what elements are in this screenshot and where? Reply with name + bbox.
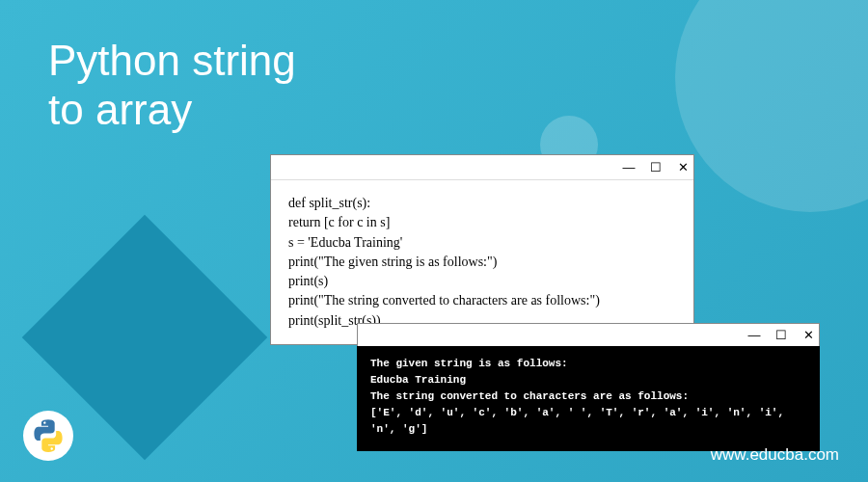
output-line: The string converted to characters are a… <box>370 388 806 405</box>
code-line: print("The given string is as follows:") <box>288 253 676 272</box>
code-line: print("The string converted to character… <box>288 291 676 310</box>
output-line: The given string is as follows: <box>370 356 806 372</box>
output-line: ['E', 'd', 'u', 'c', 'b', 'a', ' ', 'T',… <box>370 405 806 438</box>
python-logo-icon <box>23 411 73 461</box>
code-line: s = 'Educba Training' <box>288 233 676 253</box>
close-icon[interactable]: ✕ <box>801 329 815 342</box>
output-content: The given string is as follows: Educba T… <box>357 346 820 451</box>
output-window-titlebar: — ☐ ✕ <box>357 323 820 346</box>
code-line: def split_str(s): <box>288 194 676 213</box>
website-url: www.educba.com <box>711 445 839 465</box>
output-window: — ☐ ✕ The given string is as follows: Ed… <box>357 323 820 451</box>
bg-circle-large <box>675 0 868 212</box>
minimize-icon[interactable]: — <box>622 161 636 174</box>
page-title: Python string to array <box>48 37 296 134</box>
title-line-1: Python string <box>48 37 296 86</box>
minimize-icon[interactable]: — <box>747 329 761 342</box>
code-window: — ☐ ✕ def split_str(s): return [c for c … <box>270 154 694 345</box>
maximize-icon[interactable]: ☐ <box>774 329 788 342</box>
code-content: def split_str(s): return [c for c in s] … <box>271 180 693 344</box>
code-line: print(s) <box>288 272 676 291</box>
maximize-icon[interactable]: ☐ <box>649 161 663 174</box>
title-line-2: to array <box>48 86 296 135</box>
close-icon[interactable]: ✕ <box>676 161 690 174</box>
code-window-titlebar: — ☐ ✕ <box>271 155 693 180</box>
code-line: return [c for c in s] <box>288 213 676 232</box>
output-line: Educba Training <box>370 372 806 388</box>
